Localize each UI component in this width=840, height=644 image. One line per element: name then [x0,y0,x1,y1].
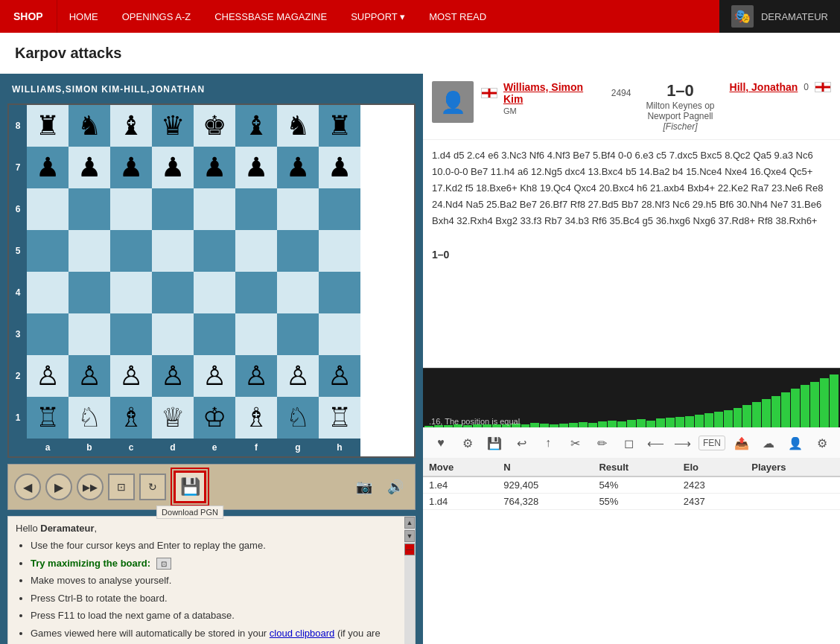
cell-e4[interactable] [194,272,235,313]
cell-f7[interactable]: ♟ [235,147,277,188]
cell-b7[interactable]: ♟ [69,147,110,188]
openings-nav-item[interactable]: OPENINGS A-Z [110,0,203,33]
cell-d5[interactable] [152,230,194,272]
eraser-icon[interactable]: ◻ [618,433,639,453]
cell-c8[interactable]: ♝ [110,105,152,147]
cell-a2[interactable]: ♙ [27,355,69,397]
cell-c1[interactable]: ♗ [110,397,152,439]
cell-g7[interactable]: ♟ [277,147,319,188]
cell-c6[interactable] [110,188,152,230]
text-scrollbar[interactable]: ▲ ▼ — [404,517,415,644]
cell-e2[interactable]: ♙ [194,355,235,397]
table-row[interactable]: 1.e4929,40554%2423 [423,476,840,494]
cell-d6[interactable] [152,188,194,230]
fen-button[interactable]: FEN [699,436,725,450]
cell-g5[interactable] [277,230,319,272]
cell-d2[interactable]: ♙ [152,355,194,397]
cell-e7[interactable]: ♟ [194,147,235,188]
cell-h6[interactable] [319,188,360,230]
back-button[interactable]: ◀ [14,474,41,500]
maximize-tip[interactable]: Try maximizing the board: [31,558,150,569]
user-avatar[interactable]: 🎭 [731,5,754,28]
cell-f6[interactable] [235,188,277,230]
maximize-icon[interactable]: ⊡ [156,558,171,570]
cell-b8[interactable]: ♞ [69,105,110,147]
cell-h7[interactable]: ♟ [319,147,360,188]
play-button[interactable]: ▶▶ [77,474,104,500]
black-player-name[interactable]: Hill, Jonathan [730,81,798,93]
cell-c7[interactable]: ♟ [110,147,152,188]
cell-f3[interactable] [235,313,277,355]
forward-button[interactable]: ▶ [45,474,72,500]
download-pgn-button[interactable]: 💾 Download PGN [174,471,206,503]
board-size-button[interactable]: ⊡ [108,474,135,500]
cell-a6[interactable] [27,188,69,230]
table-row[interactable]: 1.d4764,32855%2437 [423,494,840,510]
cell-a4[interactable] [27,272,69,313]
export-icon[interactable]: 📤 [731,433,752,453]
cell-b3[interactable] [69,313,110,355]
cell-d4[interactable] [152,272,194,313]
cell-a1[interactable]: ♖ [27,397,69,439]
cell-h5[interactable] [319,230,360,272]
cell-a7[interactable]: ♟ [27,147,69,188]
cell-b2[interactable]: ♙ [69,355,110,397]
cell-g6[interactable] [277,188,319,230]
cell-g1[interactable]: ♘ [277,397,319,439]
cell-e1[interactable]: ♔ [194,397,235,439]
scroll-down-button[interactable]: ▼ [404,530,415,542]
cell-a3[interactable] [27,313,69,355]
cell-c2[interactable]: ♙ [110,355,152,397]
rotate-button[interactable]: ↻ [139,474,166,500]
cell-h1[interactable]: ♖ [319,397,360,439]
cell-a5[interactable] [27,230,69,272]
most-read-nav-item[interactable]: MOST READ [417,0,498,33]
cell-f5[interactable] [235,230,277,272]
share-icon[interactable]: ⚙ [457,433,478,453]
settings-icon[interactable]: ⚙ [812,433,833,453]
cell-d3[interactable] [152,313,194,355]
cell-f8[interactable]: ♝ [235,105,277,147]
cloud-clipboard-link[interactable]: cloud clipboard [270,628,334,639]
cell-h2[interactable]: ♙ [319,355,360,397]
heart-icon[interactable]: ♥ [430,433,451,453]
cell-h3[interactable] [319,313,360,355]
arrow-right-icon[interactable]: ⟶ [672,433,693,453]
cell-b5[interactable] [69,230,110,272]
sound-icon[interactable]: 🔊 [382,474,409,500]
camera-icon[interactable]: 📷 [351,474,378,500]
cell-c4[interactable] [110,272,152,313]
cell-e5[interactable] [194,230,235,272]
cell-f4[interactable] [235,272,277,313]
cell-b6[interactable] [69,188,110,230]
cell-e6[interactable] [194,188,235,230]
cell-c3[interactable] [110,313,152,355]
cell-e8[interactable]: ♚ [194,105,235,147]
scroll-up-button[interactable]: ▲ [404,517,415,529]
magazine-nav-item[interactable]: CHESSBASE MAGAZINE [203,0,339,33]
arrow-left-icon[interactable]: ⟵ [645,433,666,453]
cell-g4[interactable] [277,272,319,313]
home-nav-item[interactable]: HOME [57,0,110,33]
cell-g3[interactable] [277,313,319,355]
cell-g2[interactable]: ♙ [277,355,319,397]
cloud-icon[interactable]: ☁ [758,433,779,453]
cell-e3[interactable] [194,313,235,355]
white-player-name[interactable]: Williams, Simon Kim [503,81,605,105]
cell-g8[interactable]: ♞ [277,105,319,147]
cell-d1[interactable]: ♕ [152,397,194,439]
cell-c5[interactable] [110,230,152,272]
scroll-mark-button[interactable]: — [404,543,415,555]
cell-a8[interactable]: ♜ [27,105,69,147]
up-icon[interactable]: ↑ [538,433,559,453]
save-icon[interactable]: 💾 [484,433,505,453]
support-nav-item[interactable]: SUPPORT ▾ [339,0,417,33]
cell-f1[interactable]: ♗ [235,397,277,439]
pen-icon[interactable]: ✏ [591,433,612,453]
person-icon[interactable]: 👤 [785,433,806,453]
shop-nav-item[interactable]: SHOP [0,0,57,33]
chess-board[interactable]: 8♜♞♝♛♚♝♞♜7♟♟♟♟♟♟♟♟65432♙♙♙♙♙♙♙♙1♖♘♗♕♔♗♘♖… [7,103,416,458]
cell-h4[interactable] [319,272,360,313]
undo-icon[interactable]: ↩ [511,433,532,453]
cell-d8[interactable]: ♛ [152,105,194,147]
